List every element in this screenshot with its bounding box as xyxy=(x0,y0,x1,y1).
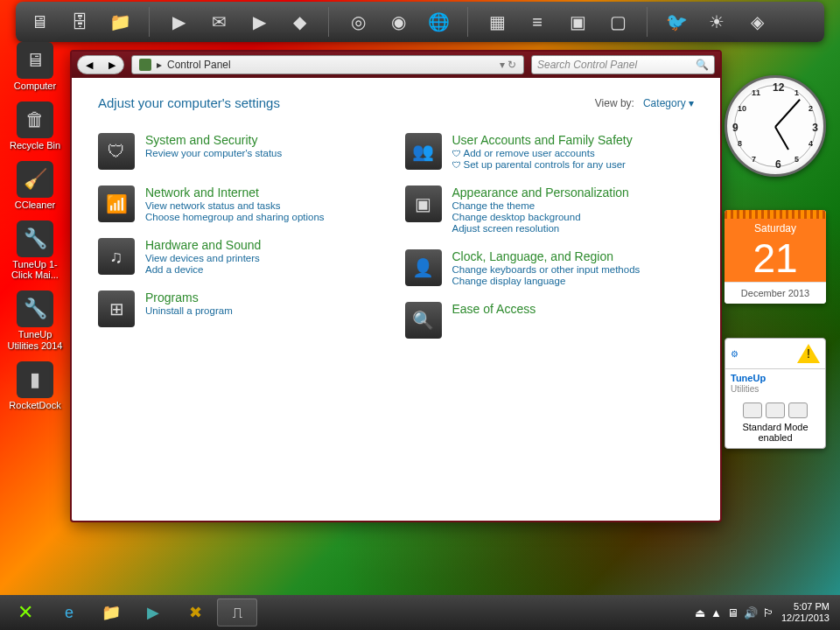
control-panel-icon xyxy=(139,59,151,71)
tuneup-mode-btn[interactable] xyxy=(743,402,762,418)
back-icon: ◀ xyxy=(86,60,93,71)
dock-folder[interactable]: 📁 xyxy=(105,7,135,37)
calendar-day: 21 xyxy=(724,238,826,282)
category-link[interactable]: View network status and tasks xyxy=(145,200,325,211)
category-link[interactable]: Change keyboards or other input methods xyxy=(452,264,640,275)
recycle-bin-icon: 🗑 xyxy=(17,102,53,138)
category-hardware: ♫Hardware and SoundView devices and prin… xyxy=(98,238,388,275)
calendar-month: December 2013 xyxy=(724,282,826,304)
ease-icon: 🔍 xyxy=(405,302,442,339)
dock-gmail[interactable]: ✉ xyxy=(204,7,234,37)
dock-computer[interactable]: 🖥 xyxy=(24,7,54,37)
tray-icon[interactable]: ⏏ xyxy=(695,606,705,620)
tray-icon[interactable]: 🔊 xyxy=(744,606,758,620)
category-title[interactable]: System and Security xyxy=(145,133,282,147)
dock-diamond[interactable]: ◆ xyxy=(284,7,314,37)
desktop-recycle-bin[interactable]: 🗑Recycle Bin xyxy=(4,102,66,150)
category-title[interactable]: Network and Internet xyxy=(145,186,325,200)
dock-camera[interactable]: ◎ xyxy=(343,7,373,37)
dock-globe[interactable]: 🌐 xyxy=(424,7,453,37)
taskbar-explorer[interactable]: 📁 xyxy=(91,598,131,626)
tray-icon[interactable]: 🏳 xyxy=(763,606,774,620)
category-link[interactable]: Adjust screen resolution xyxy=(452,223,629,234)
calendar-widget[interactable]: Saturday 21 December 2013 xyxy=(724,210,826,304)
control-panel-window: ◀ ▶ ▸ Control Panel ▾ ↻ Search Control P… xyxy=(70,50,722,522)
taskbar-media[interactable]: ▶ xyxy=(133,598,173,626)
tray-icon[interactable]: ▲ xyxy=(710,606,722,620)
category-link[interactable]: Choose homegroup and sharing options xyxy=(145,212,325,222)
category-title[interactable]: Ease of Access xyxy=(452,302,536,316)
category-link[interactable]: Change display language xyxy=(452,276,640,286)
top-dock: 🖥🗄📁▶✉▶◆◎◉🌐▦≡▣▢🐦☀◈ xyxy=(16,2,824,42)
taskbar-ie[interactable]: e xyxy=(49,598,89,626)
dock-drive[interactable]: 🗄 xyxy=(65,7,94,37)
category-ease: 🔍Ease of Access xyxy=(405,302,695,339)
desktop-computer[interactable]: 🖥Computer xyxy=(4,42,66,91)
dock-lens[interactable]: ◉ xyxy=(383,7,413,37)
warning-icon: ! xyxy=(797,344,820,363)
taskbar-tool[interactable]: ✖ xyxy=(175,598,215,626)
category-title[interactable]: Clock, Language, and Region xyxy=(452,249,640,263)
category-title[interactable]: Programs xyxy=(145,290,233,304)
tuneup-mode-btn[interactable] xyxy=(766,402,785,418)
hardware-icon: ♫ xyxy=(98,238,135,275)
dock-playstore[interactable]: ▶ xyxy=(164,7,193,37)
breadcrumb: Control Panel xyxy=(167,59,231,71)
category-title[interactable]: Hardware and Sound xyxy=(145,238,261,252)
desktop-tuneup-1click[interactable]: 🔧TuneUp 1-Click Mai... xyxy=(4,220,66,280)
desktop-icons: 🖥Computer🗑Recycle Bin🧹CCleaner🔧TuneUp 1-… xyxy=(4,42,66,410)
users-icon: 👥 xyxy=(405,133,442,170)
tuneup-1click-icon: 🔧 xyxy=(17,220,53,257)
category-link[interactable]: Change desktop background xyxy=(452,212,629,222)
page-title: Adjust your computer's settings xyxy=(98,95,280,110)
view-by-select[interactable]: Category ▾ xyxy=(643,97,694,109)
tuneup-utilities-icon: 🔧 xyxy=(17,290,53,327)
clock-icon: 👤 xyxy=(405,249,442,286)
desktop-ccleaner[interactable]: 🧹CCleaner xyxy=(4,161,66,210)
computer-icon: 🖥 xyxy=(17,42,53,79)
address-bar[interactable]: ▸ Control Panel ▾ ↻ xyxy=(131,55,524,74)
ccleaner-icon: 🧹 xyxy=(17,161,53,198)
category-link[interactable]: Set up parental controls for any user xyxy=(452,159,633,170)
category-title[interactable]: User Accounts and Family Safety xyxy=(452,133,633,147)
dock-weather[interactable]: ☀ xyxy=(702,7,732,37)
desktop-tuneup-utilities[interactable]: 🔧TuneUp Utilities 2014 xyxy=(4,290,66,350)
dock-palette[interactable]: ▦ xyxy=(482,7,512,37)
tuneup-mode-btn[interactable] xyxy=(788,402,808,418)
category-link[interactable]: View devices and printers xyxy=(145,253,261,263)
desktop-rocketdock[interactable]: ▮RocketDock xyxy=(4,361,66,410)
search-input[interactable]: Search Control Panel 🔍 xyxy=(531,55,715,74)
category-clock: 👤Clock, Language, and RegionChange keybo… xyxy=(405,249,695,286)
category-programs: ⊞ProgramsUninstall a program xyxy=(98,290,388,327)
category-link[interactable]: Uninstall a program xyxy=(145,305,233,316)
gear-icon: ⚙ xyxy=(731,349,738,359)
category-network: 📶Network and InternetView network status… xyxy=(98,186,388,222)
category-link[interactable]: Review your computer's status xyxy=(145,148,282,158)
clock-widget[interactable]: 12 3 6 9 1 2 4 5 7 8 10 11 xyxy=(724,75,826,177)
category-appearance: ▣Appearance and PersonalizationChange th… xyxy=(405,186,695,234)
category-link[interactable]: Add or remove user accounts xyxy=(452,148,633,158)
network-icon: 📶 xyxy=(98,186,135,222)
rocketdock-icon: ▮ xyxy=(17,361,53,398)
dock-youtube[interactable]: ▶ xyxy=(244,7,274,37)
dock-equalizer[interactable]: ≡ xyxy=(522,7,552,37)
dock-photo[interactable]: ▣ xyxy=(563,7,592,37)
taskbar-panel[interactable]: ⎍ xyxy=(217,598,257,626)
dock-note[interactable]: ▢ xyxy=(603,7,633,37)
tray-icon[interactable]: 🖥 xyxy=(727,606,738,620)
appearance-icon: ▣ xyxy=(405,186,442,222)
category-title[interactable]: Appearance and Personalization xyxy=(452,186,629,200)
category-system: 🛡System and SecurityReview your computer… xyxy=(98,133,388,170)
nav-back-forward[interactable]: ◀ ▶ xyxy=(77,55,124,74)
start-button[interactable]: ✕ xyxy=(5,598,46,626)
tuneup-status: Standard Mode enabled xyxy=(731,422,820,443)
category-link[interactable]: Change the theme xyxy=(452,200,629,211)
search-icon[interactable]: 🔍 xyxy=(696,59,709,71)
dock-angrybird[interactable]: 🐦 xyxy=(662,7,691,37)
view-by: View by: Category ▾ xyxy=(595,97,694,109)
forward-icon: ▶ xyxy=(108,60,116,71)
category-link[interactable]: Add a device xyxy=(145,264,261,275)
dock-android[interactable]: ◈ xyxy=(742,7,772,37)
tray-clock[interactable]: 5:07 PM 12/21/2013 xyxy=(781,601,830,624)
tuneup-widget[interactable]: ⚙ ! TuneUp Utilities Standard Mode enabl… xyxy=(724,338,826,449)
